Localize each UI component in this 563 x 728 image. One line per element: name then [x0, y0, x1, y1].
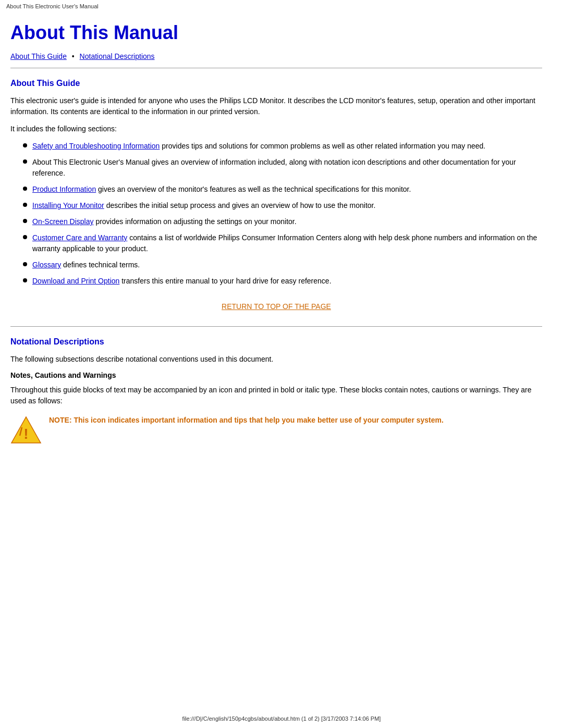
section-notational: Notational Descriptions The following su…: [10, 337, 542, 446]
bullet-dot: [23, 203, 27, 207]
divider-middle: [10, 326, 542, 327]
warning-icon: !: [10, 415, 42, 446]
divider-top: [10, 68, 542, 68]
list-item-text: Installing Your Monitor describes the in…: [32, 200, 375, 211]
list-item: Safety and Troubleshooting Information p…: [21, 141, 542, 152]
list-item-text: Product Information gives an overview of…: [32, 184, 411, 195]
section1-para1: This electronic user's guide is intended…: [10, 95, 542, 117]
list-item: On-Screen Display provides information o…: [21, 216, 542, 227]
link-product-info[interactable]: Product Information: [32, 185, 96, 193]
list-item-text: Download and Print Option transfers this…: [32, 276, 332, 287]
nav-link-notational[interactable]: Notational Descriptions: [80, 52, 155, 60]
list-item: Customer Care and Warranty contains a li…: [21, 232, 542, 254]
list-item-text: Glossary defines technical terms.: [32, 260, 140, 270]
browser-title: About This Electronic User's Manual: [0, 0, 563, 11]
list-item-text: About This Electronic User's Manual give…: [32, 157, 542, 179]
list-item: Product Information gives an overview of…: [21, 184, 542, 195]
list-item-text: Safety and Troubleshooting Information p…: [32, 141, 485, 152]
section-about-guide: About This Guide This electronic user's …: [10, 79, 542, 311]
page-title: About This Manual: [10, 22, 542, 44]
section2-para2: Throughout this guide blocks of text may…: [10, 385, 542, 406]
list-item: About This Electronic User's Manual give…: [21, 157, 542, 179]
bullet-dot: [23, 143, 27, 147]
return-to-top-link[interactable]: RETURN TO TOP OF THE PAGE: [222, 302, 331, 311]
section2-title: Notational Descriptions: [10, 337, 542, 347]
bullet-list: Safety and Troubleshooting Information p…: [21, 141, 542, 287]
footer-text: file:///D|/C/english/150p4cgbs/about/abo…: [182, 715, 381, 722]
list-item: Installing Your Monitor describes the in…: [21, 200, 542, 211]
section1-title: About This Guide: [10, 79, 542, 88]
link-osd[interactable]: On-Screen Display: [32, 217, 94, 226]
link-safety[interactable]: Safety and Troubleshooting Information: [32, 142, 160, 150]
return-to-top-container: RETURN TO TOP OF THE PAGE: [10, 302, 542, 311]
note-text: NOTE: This icon indicates important info…: [49, 415, 444, 426]
section2-subheading: Notes, Cautions and Warnings: [10, 371, 542, 379]
footer: file:///D|/C/english/150p4cgbs/about/abo…: [0, 715, 563, 722]
list-item: Glossary defines technical terms.: [21, 260, 542, 270]
bullet-dot: [23, 159, 27, 164]
bullet-dot: [23, 262, 27, 266]
list-item: Download and Print Option transfers this…: [21, 276, 542, 287]
nav-separator: •: [72, 52, 75, 60]
list-item-text: On-Screen Display provides information o…: [32, 216, 297, 227]
link-glossary[interactable]: Glossary: [32, 261, 61, 269]
bullet-dot: [23, 278, 27, 282]
nav-link-about-guide[interactable]: About This Guide: [10, 52, 67, 60]
section2-para1: The following subsections describe notat…: [10, 354, 542, 365]
svg-text:!: !: [23, 426, 28, 442]
section1-para2: It includes the following sections:: [10, 124, 542, 134]
note-box: ! NOTE: This icon indicates important in…: [10, 415, 542, 446]
link-download[interactable]: Download and Print Option: [32, 277, 119, 285]
list-item-text: Customer Care and Warranty contains a li…: [32, 232, 542, 254]
bullet-dot: [23, 235, 27, 239]
link-installing[interactable]: Installing Your Monitor: [32, 201, 104, 209]
nav-links: About This Guide • Notational Descriptio…: [10, 52, 542, 60]
link-customer-care[interactable]: Customer Care and Warranty: [32, 233, 127, 242]
bullet-dot: [23, 219, 27, 223]
bullet-dot: [23, 187, 27, 191]
